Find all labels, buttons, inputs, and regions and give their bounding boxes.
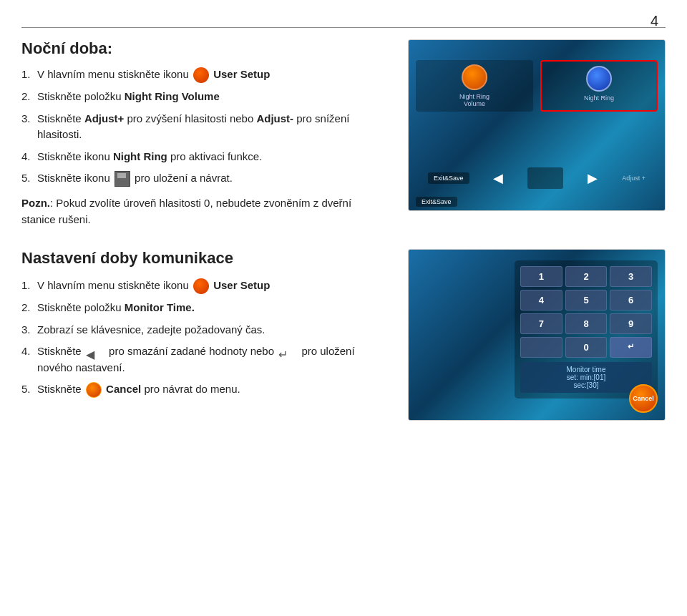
section-comm-title: Nastavení doby komunikace	[21, 249, 386, 268]
key-1: 1	[520, 266, 562, 287]
keypad-grid: 1 2 3 4 5 6 7 8 9 0 ↵	[520, 266, 652, 358]
monitor-info-line1: Monitor time	[524, 366, 648, 373]
monitor-time-image: 1 2 3 4 5 6 7 8 9 0 ↵ Monitor time set: …	[408, 249, 666, 421]
exit-save-bottom-btn: Exit&Save	[416, 197, 457, 207]
comm-step-1: 1. V hlavním menu stiskněte ikonu User S…	[21, 278, 386, 294]
keypad-container: 1 2 3 4 5 6 7 8 9 0 ↵ Monitor time set: …	[515, 260, 658, 399]
comm-step-1-text: V hlavním menu stiskněte ikonu User Setu…	[37, 278, 270, 294]
night-ring-volume-label: Night RingVolume	[420, 93, 529, 107]
key-8: 8	[565, 313, 608, 334]
night-bottom: Exit&Save	[409, 197, 665, 207]
comm-step-3-text: Zobrazí se klávesnice, zadejte požadovan…	[37, 322, 265, 338]
step-3-text: Stiskněte Adjust+ pro zvýšení hlasitosti…	[37, 111, 386, 143]
night-ring-volume-item: Night RingVolume	[416, 60, 533, 112]
key-2: 2	[565, 266, 608, 287]
step-5-num: 5.	[21, 170, 34, 187]
step-1-text: V hlavním menu stiskněte ikonu User Setu…	[37, 67, 270, 83]
step-1: 1. V hlavním menu stiskněte ikonu User S…	[21, 67, 386, 83]
key-3: 3	[610, 266, 652, 287]
step-3-num: 3.	[21, 111, 34, 127]
section-night-text: Noční doba: 1. V hlavním menu stiskněte …	[21, 39, 386, 228]
comm-step-3-num: 3.	[21, 322, 34, 338]
section-night: Noční doba: 1. V hlavním menu stiskněte …	[21, 39, 666, 228]
exit-save-btn: Exit&Save	[428, 172, 469, 184]
key-5: 5	[565, 290, 608, 311]
comm-step-3: 3. Zobrazí se klávesnice, zadejte požado…	[21, 322, 386, 338]
key-enter: ↵	[610, 337, 652, 358]
key-blank1	[520, 337, 562, 358]
step-4-num: 4.	[21, 149, 34, 165]
night-ring-label: Night Ring	[546, 94, 652, 102]
step-2-num: 2.	[21, 89, 34, 105]
cancel-button: Cancel	[629, 384, 658, 413]
comm-step-1-num: 1.	[21, 278, 34, 294]
night-grid: Night RingVolume Night Ring	[416, 60, 658, 112]
key-4: 4	[520, 290, 562, 311]
night-ring-icon	[586, 66, 612, 92]
step-5: 5. Stiskněte ikonu pro uložení a návrat.	[21, 170, 386, 187]
comm-step-4-num: 4.	[21, 343, 34, 360]
night-ring-item: Night Ring	[540, 60, 658, 112]
monitor-info-line2: set: min:[01]	[524, 373, 648, 381]
section-comm: Nastavení doby komunikace 1. V hlavním m…	[21, 249, 666, 421]
step-1-num: 1.	[21, 67, 34, 83]
comm-step-2-text: Stiskněte položku Monitor Time.	[37, 300, 195, 316]
night-controls: Exit&Save ◀ ▶ Adjust +	[409, 167, 665, 189]
section-night-title: Noční doba:	[21, 39, 386, 58]
comm-step-4-text: Stiskněte ◀ pro smazání zadané hodnoty n…	[37, 343, 386, 376]
step-2: 2. Stiskněte položku Night Ring Volume	[21, 89, 386, 105]
left-arrow: ◀	[493, 170, 503, 186]
right-arrow: ▶	[588, 170, 598, 186]
key-0: 0	[565, 337, 608, 358]
night-ring-image: Night RingVolume Night Ring Exit&Save ◀ …	[408, 39, 666, 211]
section-comm-text: Nastavení doby komunikace 1. V hlavním m…	[21, 249, 386, 421]
cancel-button-area: Cancel	[629, 384, 658, 413]
key-9: 9	[610, 313, 652, 334]
key-7: 7	[520, 313, 562, 334]
step-4-text: Stiskněte ikonu Night Ring pro aktivaci …	[37, 149, 262, 165]
step-2-text: Stiskněte položku Night Ring Volume	[37, 89, 220, 105]
adjust-display	[527, 167, 563, 189]
comm-step-5: 5. Stiskněte Cancel pro návrat do menu.	[21, 381, 386, 398]
comm-step-2-num: 2.	[21, 300, 34, 316]
comm-step-5-text: Stiskněte Cancel pro návrat do menu.	[37, 381, 240, 398]
step-3: 3. Stiskněte Adjust+ pro zvýšení hlasito…	[21, 111, 386, 143]
step-4: 4. Stiskněte ikonu Night Ring pro aktiva…	[21, 149, 386, 165]
user-setup-icon-2	[193, 278, 209, 294]
comm-step-4: 4. Stiskněte ◀ pro smazání zadané hodnot…	[21, 343, 386, 376]
step-5-text: Stiskněte ikonu pro uložení a návrat.	[37, 170, 233, 187]
page-divider	[21, 27, 666, 28]
comm-step-5-num: 5.	[21, 381, 34, 398]
key-6: 6	[610, 290, 652, 311]
night-ring-volume-icon	[462, 64, 487, 90]
comm-step-2: 2. Stiskněte položku Monitor Time.	[21, 300, 386, 316]
user-setup-icon	[193, 67, 209, 83]
night-note: Pozn.: Pokud zvolíte úroveň hlasitosti 0…	[21, 195, 386, 228]
